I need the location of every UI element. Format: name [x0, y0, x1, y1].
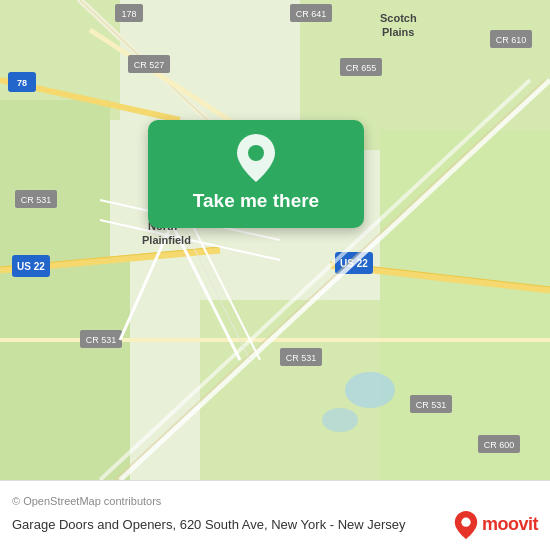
svg-text:CR 655: CR 655 — [346, 63, 377, 73]
location-pin-icon — [237, 134, 275, 182]
moovit-logo: moovit — [454, 511, 538, 539]
svg-text:Scotch: Scotch — [380, 12, 417, 24]
svg-text:78: 78 — [17, 78, 27, 88]
svg-text:Plainfield: Plainfield — [142, 234, 191, 246]
footer: © OpenStreetMap contributors Garage Door… — [0, 480, 550, 550]
location-card: Take me there — [148, 120, 364, 228]
svg-text:CR 531: CR 531 — [416, 400, 447, 410]
svg-point-58 — [461, 517, 470, 526]
svg-rect-3 — [0, 260, 130, 480]
svg-text:CR 610: CR 610 — [496, 35, 527, 45]
svg-text:CR 527: CR 527 — [134, 60, 165, 70]
address-row: Garage Doors and Openers, 620 South Ave,… — [12, 511, 538, 539]
address-text: Garage Doors and Openers, 620 South Ave,… — [12, 517, 454, 532]
svg-rect-5 — [380, 130, 550, 480]
svg-text:Plains: Plains — [382, 26, 414, 38]
svg-text:178: 178 — [121, 9, 136, 19]
map: US 22 US 22 78 CR 527 CR 531 CR 531 CR 5… — [0, 0, 550, 480]
svg-text:CR 531: CR 531 — [21, 195, 52, 205]
moovit-pin-icon — [454, 511, 478, 539]
svg-point-57 — [248, 145, 264, 161]
map-svg: US 22 US 22 78 CR 527 CR 531 CR 531 CR 5… — [0, 0, 550, 480]
svg-text:CR 600: CR 600 — [484, 440, 515, 450]
copyright-text: © OpenStreetMap contributors — [12, 495, 538, 507]
svg-text:US 22: US 22 — [17, 261, 45, 272]
moovit-wordmark: moovit — [482, 514, 538, 535]
svg-point-7 — [345, 372, 395, 408]
svg-text:CR 531: CR 531 — [86, 335, 117, 345]
take-me-there-button[interactable]: Take me there — [193, 190, 319, 212]
svg-point-8 — [322, 408, 358, 432]
svg-text:CR 531: CR 531 — [286, 353, 317, 363]
svg-text:CR 641: CR 641 — [296, 9, 327, 19]
